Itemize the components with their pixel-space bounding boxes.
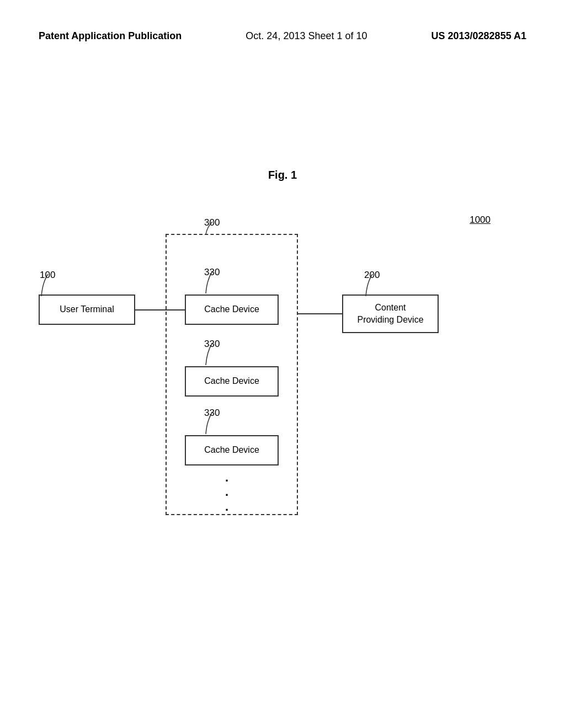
content-providing-device-label: ContentProviding Device (357, 302, 423, 326)
user-terminal-ref-line (37, 271, 59, 299)
content-provider-ref-line (361, 271, 383, 299)
system-ref-label: 1000 (470, 215, 491, 226)
cdn-ref-line (201, 219, 223, 235)
cache-device-box-1: Cache Device (185, 295, 279, 325)
user-terminal-box: User Terminal (39, 295, 135, 325)
cache-device-ref-line-2 (201, 340, 223, 368)
patent-number-label: US 2013/0282855 A1 (431, 30, 526, 42)
figure-title: Fig. 1 (0, 169, 565, 181)
cache-device-ref-line-1 (201, 269, 223, 296)
cache-device-box-3: Cache Device (185, 435, 279, 465)
cache-device-box-2: Cache Device (185, 366, 279, 397)
sheet-info-label: Oct. 24, 2013 Sheet 1 of 10 (246, 30, 367, 42)
patent-publication-label: Patent Application Publication (39, 30, 182, 42)
diagram-area: 1000 300 User Terminal 100 Cache Device … (0, 204, 565, 579)
content-providing-device-box: ContentProviding Device (342, 295, 439, 333)
ellipsis-dots: ··· (225, 474, 230, 517)
cache-device-ref-line-3 (201, 409, 223, 437)
connector-user-to-cache (135, 309, 185, 311)
connector-cache-to-content (298, 313, 342, 314)
